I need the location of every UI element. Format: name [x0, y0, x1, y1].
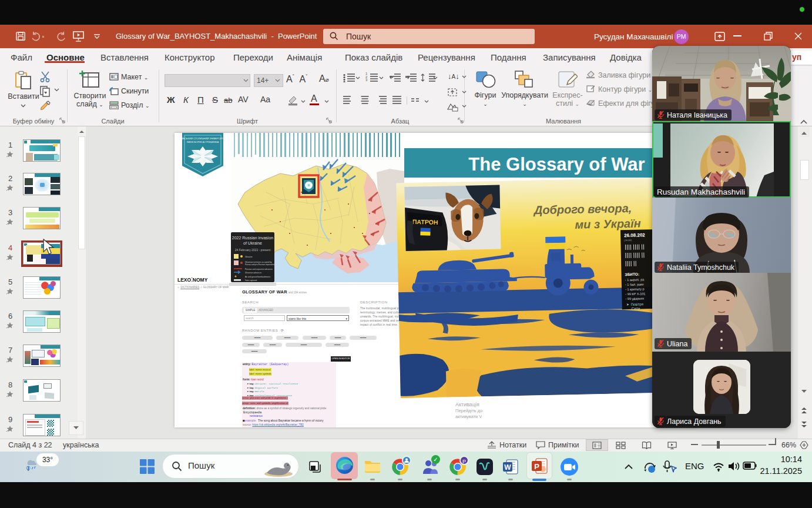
svg-text:Ukrainian advances: Ukrainian advances: [245, 272, 261, 274]
svg-text:Russia and pro-Russian separat: Russia and pro-Russian separatists: [245, 263, 275, 266]
svg-text:Russian and separatist advance: Russian and separatist advances: [245, 268, 273, 270]
svg-text:26.08.202: 26.08.202: [624, 232, 645, 238]
svg-text:ЗБИТО:: ЗБИТО:: [625, 272, 639, 277]
svg-text:P: P: [534, 462, 539, 471]
svg-text:(16.00): (16.00): [624, 239, 632, 242]
svg-text:Повітря: Повітря: [631, 302, 644, 306]
svg-text:Date captured: Date captured: [245, 279, 257, 282]
svg-text:Доброго вечора,: Доброго вечора,: [533, 202, 632, 217]
svg-text:W: W: [504, 463, 511, 472]
svg-text:Ukraine: Ukraine: [245, 256, 252, 258]
svg-text:- 1 крилату р: - 1 крилату р: [625, 287, 645, 291]
svg-text:ПАТРОН: ПАТРОН: [412, 218, 438, 226]
svg-text:24 February 2022 - present: 24 February 2022 - present: [235, 248, 271, 252]
svg-text:ми з Україн: ми з Україн: [575, 217, 641, 231]
svg-text:Сили: Сили: [632, 307, 640, 310]
svg-text:КИЇВСЬКИЙ СТОЛИЧНИЙ УНІВЕРСИТЕ: КИЇВСЬКИЙ СТОЛИЧНИЙ УНІВЕРСИТЕТ: [181, 137, 224, 140]
svg-text:- 99 КР Х-101: - 99 КР Х-101: [625, 292, 645, 296]
svg-text:of Ukraine: of Ukraine: [243, 241, 262, 245]
svg-text:- 1 бал. раке: - 1 бал. раке: [625, 282, 644, 286]
svg-text:2022 Russian invasion: 2022 Russian invasion: [232, 236, 274, 240]
svg-text:Air and ground bombardments: Air and ground bombardments: [245, 276, 270, 278]
svg-text:- 1 аероб. ра: - 1 аероб. ра: [625, 278, 645, 282]
svg-text:- 99 ударних: - 99 ударних: [625, 296, 644, 300]
svg-text:ІМЕНІ БОРИСА ГРІНЧЕНКА: ІМЕНІ БОРИСА ГРІНЧЕНКА: [187, 141, 219, 143]
